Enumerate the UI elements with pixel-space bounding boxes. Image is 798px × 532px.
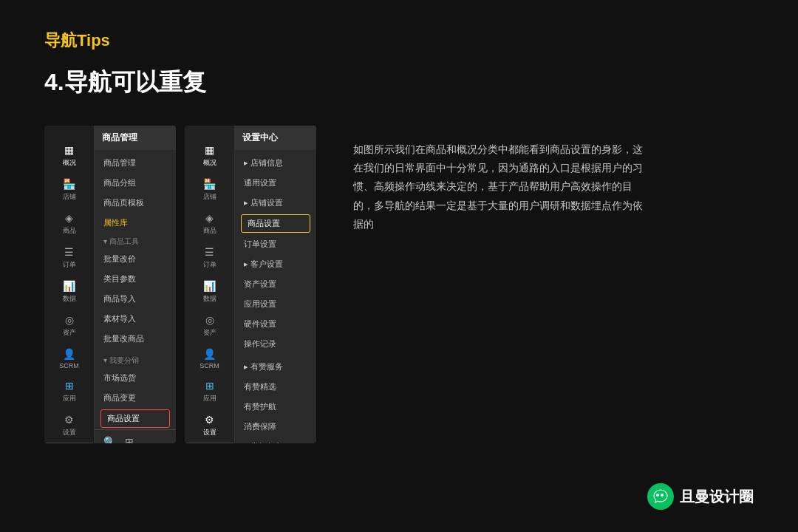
data-label-1: 数据: [63, 294, 76, 304]
content-area: ▦ 概况 🏪 店铺 ◈ 商品 ☰ 订单: [44, 126, 754, 443]
menu-category-param[interactable]: 类目参数: [95, 269, 176, 289]
sidebar-order-2[interactable]: ☰ 订单: [185, 241, 234, 275]
panel-header-1: 商品管理: [95, 126, 176, 150]
menu-list-1: 商品管理 商品分组 商品页模板 属性库 ▾ 商品工具 批量改价 类目参数 商品导…: [95, 150, 176, 352]
sidebar-goods-2[interactable]: ◈ 商品: [185, 207, 234, 241]
menu-goods-change[interactable]: 商品变更: [95, 388, 176, 408]
description-text: 如图所示我们在商品和概况分类中都能看到商品设置的身影，这在我们的日常界面中十分常…: [353, 140, 649, 233]
app-icon-2: ⊞: [205, 380, 214, 392]
menu-goods-mgmt[interactable]: 商品管理: [95, 153, 176, 173]
menu-hardware-settings[interactable]: 硬件设置: [235, 314, 316, 334]
sidebar-scrm-2[interactable]: 👤 SCRM: [185, 343, 234, 375]
menu-youzan-service[interactable]: ▸ 有赞服务: [235, 357, 316, 377]
scrm-label-1: SCRM: [59, 362, 79, 369]
sidebar-store-2[interactable]: 🏪 店铺: [185, 173, 234, 207]
menu-youzan-select[interactable]: 有赞精选: [235, 377, 316, 397]
menu-asset-settings[interactable]: 资产设置: [235, 274, 316, 294]
sidebar-2: ▦ 概况 🏪 店铺 ◈ 商品 ☰ 订单: [185, 126, 235, 443]
asset-icon-1: ◎: [65, 314, 74, 326]
sidebar-asset-2[interactable]: ◎ 资产: [185, 309, 234, 343]
sidebar-1: ▦ 概况 🏪 店铺 ◈ 商品 ☰ 订单: [44, 126, 95, 443]
sidebar-settings-1[interactable]: ⚙ 设置: [44, 409, 94, 443]
main-panel-2: 设置中心 ▸ 店铺信息 通用设置 ▸ 店铺设置 商品设置 订单设置 ▸ 客户设置…: [235, 126, 316, 443]
section-title: 4.导航可以重复: [44, 66, 754, 99]
sidebar-store-1[interactable]: 🏪 店铺: [44, 173, 94, 207]
asset-icon-2: ◎: [205, 314, 214, 326]
brand-name: 且曼设计圈: [680, 487, 754, 507]
app-icon-1: ⊞: [65, 380, 74, 392]
sidebar-app-1[interactable]: ⊞ 应用: [44, 375, 94, 409]
menu-batch-goods[interactable]: 批量改商品: [95, 329, 176, 349]
goods-icon-1: ◈: [65, 212, 73, 224]
main-panel-1: 商品管理 商品管理 商品分组 商品页模板 属性库 ▾ 商品工具 批量改价 类目参…: [95, 126, 176, 443]
description-area: 如图所示我们在商品和概况分类中都能看到商品设置的身影，这在我们的日常界面中十分常…: [338, 126, 649, 233]
menu-material-import[interactable]: 素材导入: [95, 309, 176, 329]
settings-icon-2: ⚙: [205, 414, 214, 426]
data-label-2: 数据: [203, 294, 216, 304]
menu-consumer-protect[interactable]: 消费保障: [235, 417, 316, 437]
asset-label-1: 资产: [63, 328, 76, 338]
store-label-2: 店铺: [203, 192, 216, 202]
menu-goods-settings-2[interactable]: 商品设置: [241, 214, 310, 233]
settings-icon-1: ⚙: [64, 414, 74, 426]
goods-label-2: 商品: [203, 226, 216, 236]
menu-youzan-nav[interactable]: 有赞护航: [235, 397, 316, 417]
app-label-2: 应用: [203, 394, 216, 403]
order-label-2: 订单: [203, 260, 216, 270]
settings-label-1: 设置: [63, 428, 76, 437]
menu-goods-group[interactable]: 商品分组: [95, 173, 176, 193]
menu-operation-log[interactable]: 操作记录: [235, 334, 316, 354]
sidebar-goods-1[interactable]: ◈ 商品: [44, 207, 94, 241]
menu-goods-settings-highlight[interactable]: 商品设置: [100, 409, 170, 428]
sidebar-data-1[interactable]: 📊 数据: [44, 275, 94, 309]
asset-label-2: 资产: [203, 328, 216, 338]
menu-order-settings[interactable]: 订单设置: [235, 234, 316, 254]
scrm-icon-2: 👤: [203, 348, 216, 360]
overview-icon-1: ▦: [64, 144, 74, 156]
store-icon-1: 🏪: [63, 178, 75, 190]
store-icon-2: 🏪: [203, 178, 216, 190]
menu-general-settings[interactable]: 通用设置: [235, 173, 316, 193]
menu-section-dist: ▾ 我要分销: [95, 352, 176, 368]
sidebar-order-1[interactable]: ☰ 订单: [44, 241, 94, 275]
menu-batch-price[interactable]: 批量改价: [95, 249, 176, 269]
goods-label-1: 商品: [63, 226, 76, 236]
sidebar-settings-2[interactable]: ⚙ 设置: [185, 409, 234, 443]
search-icon-m1[interactable]: 🔍: [103, 436, 116, 443]
mockup-1: ▦ 概况 🏪 店铺 ◈ 商品 ☰ 订单: [44, 126, 176, 443]
sidebar-asset-1[interactable]: ◎ 资产: [44, 309, 94, 343]
menu-app-settings[interactable]: 应用设置: [235, 294, 316, 314]
sidebar-data-2[interactable]: 📊 数据: [185, 275, 234, 309]
data-icon-1: 📊: [63, 280, 75, 292]
svg-point-6: [656, 494, 659, 497]
panel-header-2: 设置中心: [235, 126, 316, 150]
mockups-container: ▦ 概况 🏪 店铺 ◈ 商品 ☰ 订单: [44, 126, 316, 443]
sidebar-scrm-1[interactable]: 👤 SCRM: [44, 343, 94, 375]
bottom-bar-2: 🔍 ⊞: [185, 443, 233, 443]
menu-owner-task[interactable]: ▸ 掌柜任务: [235, 437, 316, 443]
menu-market-select[interactable]: 市场选货: [95, 368, 176, 388]
wechat-icon: [647, 483, 674, 510]
menu-goods-import[interactable]: 商品导入: [95, 289, 176, 309]
sidebar-app-2[interactable]: ⊞ 应用: [185, 375, 234, 409]
store-label-1: 店铺: [63, 192, 76, 202]
sidebar-overview-1[interactable]: ▦ 概况: [44, 139, 94, 173]
menu-store-info[interactable]: ▸ 店铺信息: [235, 153, 316, 173]
scrm-label-2: SCRM: [200, 362, 219, 369]
menu-attr-lib[interactable]: 属性库: [95, 213, 176, 233]
overview-label-1: 概况: [63, 158, 76, 168]
order-icon-1: ☰: [64, 246, 74, 258]
overview-icon-2: ▦: [205, 144, 214, 156]
menu-goods-template[interactable]: 商品页模板: [95, 193, 176, 213]
mockup-2: ▦ 概况 🏪 店铺 ◈ 商品 ☰ 订单: [185, 126, 316, 443]
bottom-bar-1: 🔍 ⊞: [45, 443, 93, 443]
bottom-bar-m1: 🔍 ⊞: [95, 429, 176, 443]
menu-store-settings[interactable]: ▸ 店铺设置: [235, 193, 316, 213]
sidebar-overview-2[interactable]: ▦ 概况: [185, 139, 234, 173]
menu-customer-settings[interactable]: ▸ 客户设置: [235, 254, 316, 274]
overview-label-2: 概况: [203, 158, 216, 168]
nav-tips-tag: 导航Tips: [44, 30, 754, 52]
scrm-icon-1: 👤: [63, 348, 75, 360]
settings-label-2: 设置: [203, 428, 216, 437]
grid-icon-m1[interactable]: ⊞: [125, 436, 134, 443]
